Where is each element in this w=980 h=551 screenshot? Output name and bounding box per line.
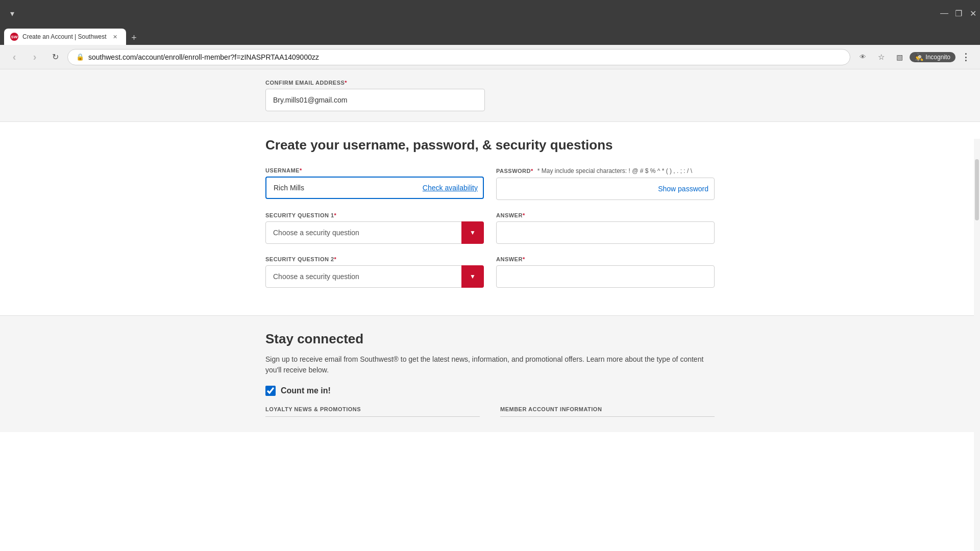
eye-icon[interactable]: 👁 (854, 49, 871, 65)
confirm-email-input[interactable] (265, 89, 485, 111)
password-input-wrap: Show password (496, 178, 715, 200)
tab-bar: SW Create an Account | Southwest ✕ + (0, 27, 980, 45)
url-text: southwest.com/account/enroll/enroll-memb… (88, 53, 842, 61)
page-content: CONFIRM EMAIL ADDRESS* Create your usern… (0, 69, 980, 551)
loyalty-col: LOYALTY NEWS & PROMOTIONS (265, 406, 480, 417)
answer1-col: ANSWER* (496, 212, 715, 244)
security-q2-select[interactable]: Choose a security question (265, 265, 484, 288)
incognito-label: Incognito (925, 54, 950, 61)
count-me-in-row: Count me in! (265, 386, 715, 396)
security-q1-row: SECURITY QUESTION 1* Choose a security q… (265, 212, 715, 244)
confirm-email-field-wrap: CONFIRM EMAIL ADDRESS* (265, 80, 485, 111)
lock-icon: 🔒 (76, 53, 84, 61)
tab-title: Create an Account | Southwest (22, 33, 107, 40)
active-tab[interactable]: SW Create an Account | Southwest ✕ (4, 29, 126, 45)
password-label-row: PASSWORD* * May include special characte… (496, 167, 715, 174)
tab-close-button[interactable]: ✕ (111, 32, 120, 41)
incognito-badge: 🕵 Incognito (910, 52, 955, 62)
username-password-row: USERNAME* Check availability PASSWORD* (265, 167, 715, 200)
confirm-email-label: CONFIRM EMAIL ADDRESS* (265, 80, 485, 86)
menu-button[interactable]: ⋮ (958, 49, 974, 65)
security-q1-select-wrap: Choose a security question ▼ (265, 221, 484, 244)
tab-favicon: SW (10, 33, 18, 41)
security-q1-select[interactable]: Choose a security question (265, 221, 484, 244)
count-me-in-label: Count me in! (281, 386, 331, 395)
show-password-button[interactable]: Show password (658, 185, 708, 193)
password-hint: * May include special characters: ! @ # … (537, 167, 692, 174)
main-form: Create your username, password, & securi… (245, 137, 735, 288)
stay-desc: Sign up to receive email from Southwest®… (265, 354, 715, 375)
password-col: PASSWORD* * May include special characte… (496, 167, 715, 200)
loyalty-col-header: LOYALTY NEWS & PROMOTIONS (265, 406, 480, 417)
answer1-input[interactable] (496, 221, 715, 244)
confirm-email-required: * (345, 80, 347, 86)
username-section: Create your username, password, & securi… (0, 122, 980, 315)
stay-connected-section: Stay connected Sign up to receive email … (0, 315, 980, 432)
browser-title-bar: ▾ — ❐ ✕ (0, 0, 980, 27)
tab-dropdown-btn[interactable]: ▾ (4, 5, 20, 21)
stay-form: Stay connected Sign up to receive email … (245, 331, 735, 417)
check-availability-button[interactable]: Check availability (423, 184, 478, 192)
answer2-label: ANSWER* (496, 256, 715, 262)
confirm-email-section: CONFIRM EMAIL ADDRESS* (0, 69, 980, 122)
email-form: CONFIRM EMAIL ADDRESS* (245, 80, 735, 111)
restore-button[interactable]: ❐ (951, 6, 966, 20)
vertical-scrollbar[interactable] (974, 139, 980, 551)
back-button[interactable]: ‹ (6, 49, 22, 65)
password-label: PASSWORD* (496, 168, 533, 174)
security-q2-label: SECURITY QUESTION 2* (265, 256, 484, 262)
incognito-icon: 🕵 (915, 53, 923, 61)
answer1-label: ANSWER* (496, 212, 715, 218)
nav-actions: 👁 ☆ ▧ 🕵 Incognito ⋮ (854, 49, 974, 65)
username-input-wrap: Check availability (265, 177, 484, 199)
answer2-input[interactable] (496, 265, 715, 288)
section-title: Create your username, password, & securi… (265, 137, 715, 153)
member-col-header: MEMBER ACCOUNT INFORMATION (500, 406, 715, 417)
scrollbar-thumb[interactable] (975, 159, 979, 220)
username-col: USERNAME* Check availability (265, 167, 484, 200)
security-q1-col: SECURITY QUESTION 1* Choose a security q… (265, 212, 484, 244)
security-q2-col: SECURITY QUESTION 2* Choose a security q… (265, 256, 484, 288)
security-q2-row: SECURITY QUESTION 2* Choose a security q… (265, 256, 715, 288)
nav-bar: ‹ › ↻ 🔒 southwest.com/account/enroll/enr… (0, 45, 980, 69)
answer2-col: ANSWER* (496, 256, 715, 288)
count-me-in-checkbox[interactable] (265, 386, 276, 396)
close-button[interactable]: ✕ (966, 6, 980, 20)
username-label: USERNAME* (265, 167, 484, 173)
security-q1-label: SECURITY QUESTION 1* (265, 212, 484, 218)
address-bar[interactable]: 🔒 southwest.com/account/enroll/enroll-me… (67, 49, 850, 65)
sidebar-icon[interactable]: ▧ (891, 49, 908, 65)
security-q2-select-wrap: Choose a security question ▼ (265, 265, 484, 288)
bookmark-icon[interactable]: ☆ (873, 49, 889, 65)
reload-button[interactable]: ↻ (47, 49, 63, 65)
member-col: MEMBER ACCOUNT INFORMATION (500, 406, 715, 417)
new-tab-button[interactable]: + (127, 31, 141, 45)
minimize-button[interactable]: — (937, 6, 951, 20)
forward-button[interactable]: › (27, 49, 43, 65)
stay-title: Stay connected (265, 331, 715, 347)
loyalty-columns: LOYALTY NEWS & PROMOTIONS MEMBER ACCOUNT… (265, 406, 715, 417)
